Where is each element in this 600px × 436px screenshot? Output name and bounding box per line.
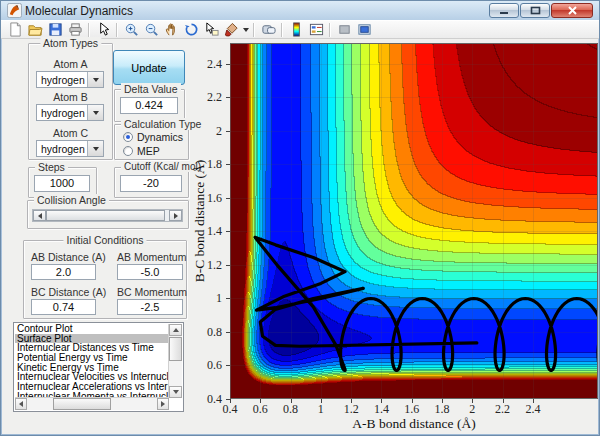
atom-c-select[interactable]: hydrogen <box>36 140 104 157</box>
calculation-type-panel: Calculation Type DynamicsMEP <box>114 124 189 160</box>
print-button[interactable] <box>65 21 85 38</box>
title-bar[interactable]: Molecular Dynamics <box>1 1 599 20</box>
contour-plot[interactable] <box>230 43 598 399</box>
rotate-3d-icon <box>184 22 199 37</box>
dropdown-button[interactable] <box>87 141 103 156</box>
slider-right-arrow[interactable] <box>169 210 182 221</box>
x-tick-mark <box>412 399 413 403</box>
brush-button[interactable] <box>221 21 241 38</box>
bc-momentumfield[interactable]: -2.5 <box>117 299 183 315</box>
scroll-down-arrow[interactable] <box>169 386 182 398</box>
y-tick-mark <box>226 332 230 333</box>
y-tick-label: 0.4 <box>207 392 222 407</box>
zoom-in-icon <box>124 22 139 37</box>
radio-dynamics[interactable]: Dynamics <box>123 131 183 143</box>
open-file-icon <box>28 22 43 37</box>
rotate-3d-button[interactable] <box>181 21 201 38</box>
y-tick-mark <box>226 97 230 98</box>
y-tick-label: 2.2 <box>207 90 222 105</box>
zoom-in-button[interactable] <box>121 21 141 38</box>
pan-icon <box>164 22 179 37</box>
x-tick-label: 0.8 <box>283 402 298 417</box>
toolbar-separator <box>88 23 90 37</box>
y-tick-label: 2.4 <box>207 56 222 71</box>
slider-thumb[interactable] <box>46 210 165 221</box>
chevron-down-icon <box>93 147 99 151</box>
window-title: Molecular Dynamics <box>25 4 133 18</box>
x-tick-mark <box>291 399 292 403</box>
dropdown-button[interactable] <box>87 72 103 87</box>
y-tick-label: 2 <box>216 123 222 138</box>
plot-type-items: Contour PlotSurface PlotInternuclear Dis… <box>15 324 169 398</box>
pointer-button[interactable] <box>93 21 113 38</box>
y-tick-label: 1.6 <box>207 190 222 205</box>
close-button[interactable] <box>551 3 593 18</box>
atom-c-value: hydrogen <box>41 143 85 155</box>
initial-conditions-title: Initial Conditions <box>63 234 146 246</box>
radio-icon <box>123 146 133 156</box>
new-file-icon <box>8 22 23 37</box>
insert-colorbar-button[interactable] <box>286 21 306 38</box>
x-axis-label: A-B bond distance (Å) <box>352 416 475 432</box>
x-tick-label: 0.4 <box>223 402 238 417</box>
listbox-horizontal-scrollbar[interactable] <box>15 397 169 410</box>
x-tick-label: 1 <box>318 402 324 417</box>
zoom-out-button[interactable] <box>141 21 161 38</box>
ab-momentumfield[interactable]: -5.0 <box>117 264 183 280</box>
steps-title: Steps <box>35 161 68 173</box>
data-cursor-button[interactable] <box>201 21 221 38</box>
bc-distance-a-field[interactable]: 0.74 <box>31 299 96 315</box>
cutoff-field[interactable]: -20 <box>120 175 182 192</box>
x-tick-label: 1.2 <box>344 402 359 417</box>
link-plots-button[interactable] <box>258 21 278 38</box>
delta-value-title: Delta Value <box>121 83 181 95</box>
hide-plot-tools-button[interactable] <box>334 21 354 38</box>
minimize-icon <box>499 6 509 15</box>
y-tick-label: 1.8 <box>207 157 222 172</box>
radio-icon <box>123 132 133 142</box>
ab-distance-a-field[interactable]: 2.0 <box>31 264 96 280</box>
save-button[interactable] <box>45 21 65 38</box>
scroll-left-arrow[interactable] <box>15 398 27 410</box>
maximize-button[interactable] <box>520 3 550 18</box>
dropdown-button[interactable] <box>87 105 103 120</box>
scroll-up-arrow[interactable] <box>169 324 182 336</box>
atom-b-value: hydrogen <box>41 107 85 119</box>
delta-value-field[interactable]: 0.424 <box>120 97 178 114</box>
slider-left-arrow[interactable] <box>33 210 46 221</box>
toolbar-separator <box>253 23 255 37</box>
vertical-scroll-thumb[interactable] <box>169 337 182 361</box>
show-plot-tools-button[interactable] <box>354 21 374 38</box>
collision-angle-panel: Collision Angle <box>27 200 189 229</box>
link-plots-icon <box>261 22 276 37</box>
pan-button[interactable] <box>161 21 181 38</box>
x-tick-label: 2.4 <box>525 402 540 417</box>
x-tick-label: 2 <box>469 402 475 417</box>
collision-angle-slider[interactable] <box>32 209 183 222</box>
y-tick-label: 0.6 <box>207 358 222 373</box>
atom-types-panel: Atom Types Atom AhydrogenAtom BhydrogenA… <box>28 43 113 160</box>
insert-legend-button[interactable] <box>306 21 326 38</box>
brush-dropdown-caret[interactable] <box>241 21 250 38</box>
listbox-vertical-scrollbar[interactable] <box>168 324 182 398</box>
atom-types-title: Atom Types <box>40 37 101 49</box>
zoom-out-icon <box>144 22 159 37</box>
print-icon <box>68 22 83 37</box>
scroll-right-arrow[interactable] <box>157 398 169 410</box>
open-file-button[interactable] <box>25 21 45 38</box>
atom-a-select[interactable]: hydrogen <box>36 71 104 88</box>
update-button[interactable]: Update <box>113 50 185 85</box>
new-file-button[interactable] <box>5 21 25 38</box>
show-plot-tools-icon <box>357 22 372 37</box>
ab-momentumlabel: AB Momentum <box>117 251 183 263</box>
toolbar-separator <box>329 23 331 37</box>
horizontal-scroll-thumb[interactable] <box>53 398 111 410</box>
steps-field[interactable]: 1000 <box>34 175 90 192</box>
plot-type-listbox[interactable]: Contour PlotSurface PlotInternuclear Dis… <box>13 322 184 412</box>
atom-b-select[interactable]: hydrogen <box>36 104 104 121</box>
minimize-button[interactable] <box>489 3 519 18</box>
client-area: Atom Types Atom AhydrogenAtom BhydrogenA… <box>2 39 598 434</box>
radio-mep[interactable]: MEP <box>123 145 160 157</box>
x-tick-label: 1.4 <box>374 402 389 417</box>
chevron-down-icon <box>243 28 249 32</box>
